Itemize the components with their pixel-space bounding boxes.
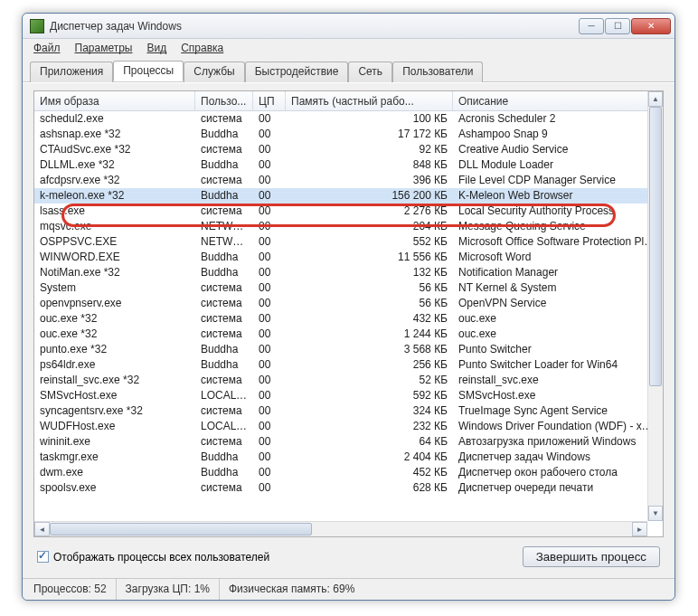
menu-options[interactable]: Параметры [70,40,138,56]
horizontal-scrollbar[interactable]: ◄ ► [34,521,647,536]
cell-cpu: 00 [253,342,286,357]
cell-desc: SMSvcHost.exe [453,388,663,403]
table-row[interactable]: spoolsv.exeсистема00628 КБДиспетчер очер… [34,480,663,496]
cell-name: taskmgr.exe [34,450,195,465]
table-row[interactable]: WUDFHost.exeLOCAL ...00232 КБWindows Dri… [34,419,663,434]
hscroll-thumb[interactable] [50,523,312,535]
cell-user: система [195,280,253,296]
scroll-up-icon[interactable]: ▲ [648,91,663,107]
scroll-thumb[interactable] [649,107,662,386]
vertical-scrollbar[interactable]: ▲ ▼ [647,91,663,521]
table-row[interactable]: reinstall_svc.exe *32система0052 КБreins… [34,373,663,388]
cell-cpu: 00 [253,434,286,450]
end-process-button[interactable]: Завершить процесс [523,546,660,567]
status-bar: Процессов: 52 Загрузка ЦП: 1% Физическая… [23,578,674,600]
tab-users[interactable]: Пользователи [392,62,483,82]
cell-user: Buddha [195,250,253,265]
cell-cpu: 00 [253,419,286,434]
tab-services[interactable]: Службы [184,62,244,82]
cell-user: Buddha [195,357,253,373]
table-row[interactable]: ashsnap.exe *32Buddha0017 172 КБAshampoo… [34,127,663,142]
table-row[interactable]: OSPPSVC.EXENETWO...00552 КБMicrosoft Off… [34,234,663,250]
table-row[interactable]: lsass.exeсистема002 276 КБLocal Security… [34,204,663,219]
table-row[interactable]: SMSvcHost.exeLOCAL ...00592 КБSMSvcHost.… [34,388,663,403]
cell-desc: Диспетчер задач Windows [453,450,663,465]
cell-name: k-meleon.exe *32 [34,188,195,204]
table-row[interactable]: WINWORD.EXEBuddha0011 556 КБMicrosoft Wo… [34,250,663,265]
cell-user: система [195,142,253,157]
menu-view[interactable]: Вид [141,40,172,56]
cell-name: CTAudSvc.exe *32 [34,142,195,157]
cell-name: spoolsv.exe [34,480,195,496]
table-row[interactable]: openvpnserv.exeсистема0056 КБOpenVPN Ser… [34,296,663,311]
tab-processes[interactable]: Процессы [113,61,184,81]
process-list[interactable]: Имя образа Пользо... ЦП Память (частный … [33,90,664,537]
table-row[interactable]: wininit.exeсистема0064 КБАвтозагрузка пр… [34,434,663,450]
scroll-down-icon[interactable]: ▼ [648,506,663,521]
cell-name: dwm.exe [34,465,195,480]
cell-user: Buddha [195,265,253,280]
cell-name: System [34,280,195,296]
show-all-users-checkbox[interactable]: Отображать процессы всех пользователей [37,551,269,564]
table-row[interactable]: schedul2.exeсистема00100 КБAcronis Sched… [34,111,663,127]
table-row[interactable]: syncagentsrv.exe *32система00324 КБTrueI… [34,403,663,419]
table-row[interactable]: dwm.exeBuddha00452 КБДиспетчер окон рабо… [34,465,663,480]
cell-mem: 132 КБ [286,265,453,280]
cell-user: LOCAL ... [195,388,253,403]
checkbox-label: Отображать процессы всех пользователей [53,551,269,564]
close-button[interactable]: ✕ [631,18,671,34]
maximize-button[interactable]: ☐ [605,18,630,34]
minimize-button[interactable]: ─ [579,18,604,34]
cell-desc: reinstall_svc.exe [453,373,663,388]
cell-desc: ouc.exe [453,311,663,327]
cell-desc: ouc.exe [453,327,663,342]
cell-mem: 256 КБ [286,357,453,373]
menu-help[interactable]: Справка [175,40,229,56]
table-row[interactable]: punto.exe *32Buddha003 568 КБPunto Switc… [34,342,663,357]
cell-cpu: 00 [253,188,286,204]
col-memory[interactable]: Память (частный рабо... [286,91,453,110]
table-row[interactable]: DLLML.exe *32Buddha00848 КБDLL Module Lo… [34,157,663,173]
cell-mem: 64 КБ [286,434,453,450]
checkbox-icon[interactable] [37,551,49,563]
menu-file[interactable]: Файл [28,40,66,56]
cell-cpu: 00 [253,403,286,419]
cell-mem: 2 276 КБ [286,204,453,219]
table-row[interactable]: mqsvc.exeNETWO...00204 КБMessage Queuing… [34,219,663,234]
window-title: Диспетчер задач Windows [50,20,579,33]
tab-network[interactable]: Сеть [348,62,392,82]
cell-mem: 2 404 КБ [286,450,453,465]
cell-desc: Acronis Scheduler 2 [453,111,663,127]
scroll-right-icon[interactable]: ► [632,522,647,536]
col-user[interactable]: Пользо... [195,91,253,110]
titlebar[interactable]: Диспетчер задач Windows ─ ☐ ✕ [23,14,674,39]
cell-cpu: 00 [253,219,286,234]
cell-name: NotiMan.exe *32 [34,265,195,280]
status-cpu: Загрузка ЦП: 1% [117,579,220,600]
table-row[interactable]: NotiMan.exe *32Buddha00132 КБNotificatio… [34,265,663,280]
cell-desc: Автозагрузка приложений Windows [453,434,663,450]
table-row[interactable]: afcdpsrv.exe *32система00396 КБFile Leve… [34,173,663,188]
cell-user: NETWO... [195,234,253,250]
list-body[interactable]: schedul2.exeсистема00100 КБAcronis Sched… [34,111,663,536]
cell-cpu: 00 [253,173,286,188]
col-description[interactable]: Описание [453,91,663,110]
table-row[interactable]: taskmgr.exeBuddha002 404 КБДиспетчер зад… [34,450,663,465]
col-image-name[interactable]: Имя образа [34,91,195,110]
table-row[interactable]: CTAudSvc.exe *32система0092 КБCreative A… [34,142,663,157]
table-row[interactable]: ps64ldr.exeBuddha00256 КБPunto Switcher … [34,357,663,373]
column-headers: Имя образа Пользо... ЦП Память (частный … [34,91,663,111]
cell-mem: 592 КБ [286,388,453,403]
cell-desc: Диспетчер окон рабочего стола [453,465,663,480]
col-cpu[interactable]: ЦП [253,91,286,110]
cell-name: WUDFHost.exe [34,419,195,434]
tab-performance[interactable]: Быстродействие [245,62,349,82]
table-row[interactable]: k-meleon.exe *32Buddha00156 200 КБK-Mele… [34,188,663,204]
tab-applications[interactable]: Приложения [30,62,113,82]
scroll-left-icon[interactable]: ◄ [34,522,50,536]
cell-user: система [195,403,253,419]
table-row[interactable]: Systemсистема0056 КБNT Kernel & System [34,280,663,296]
cell-mem: 3 568 КБ [286,342,453,357]
table-row[interactable]: ouc.exe *32система00432 КБouc.exe [34,311,663,327]
table-row[interactable]: ouc.exe *32система001 244 КБouc.exe [34,327,663,342]
